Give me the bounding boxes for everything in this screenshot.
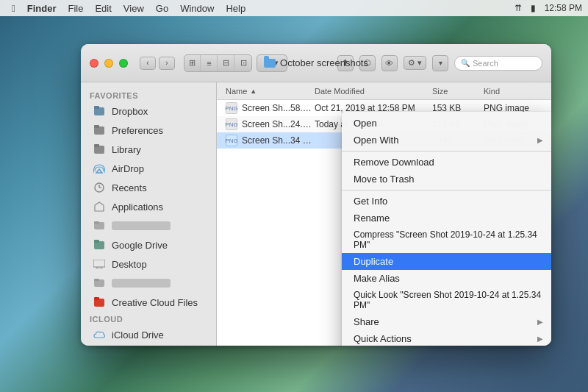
blurred-icon-1 <box>93 219 106 232</box>
ctx-compress[interactable]: Compress "Screen Shot 2019-10-24 at 1.25… <box>342 227 551 253</box>
airdrop-icon <box>93 162 106 175</box>
svg-rect-10 <box>94 221 99 224</box>
list-view-btn[interactable]: ≡ <box>201 55 218 71</box>
ctx-remove-download[interactable]: Remove Download <box>342 154 551 171</box>
dropbox-icon <box>93 104 106 118</box>
sort-arrow: ▲ <box>250 88 257 95</box>
ctx-quick-actions[interactable]: Quick Actions ▶ <box>342 330 551 346</box>
icloud-section-label: iCloud <box>81 312 216 325</box>
sidebar-item-blurred-2[interactable] <box>84 274 213 293</box>
icon-view-btn[interactable]: ⊞ <box>184 55 201 71</box>
sidebar-item-preferences[interactable]: Preferences <box>84 121 213 140</box>
svg-rect-5 <box>94 144 99 147</box>
column-view-btn[interactable]: ⊟ <box>218 55 234 71</box>
close-button[interactable] <box>90 59 98 68</box>
menubar:  Finder File Edit View Go Window Help ⇈… <box>0 0 588 16</box>
favorites-section-label: Favorites <box>81 88 216 101</box>
ctx-get-info[interactable]: Get Info <box>342 193 551 210</box>
fullscreen-button[interactable] <box>119 59 128 68</box>
svg-rect-3 <box>94 125 99 128</box>
file-list-header: Name ▲ Date Modified Size Kind <box>217 82 551 100</box>
ctx-separator <box>342 190 551 190</box>
recents-icon <box>93 181 106 194</box>
minimize-button[interactable] <box>104 59 113 68</box>
sidebar-item-dropbox[interactable]: Dropbox <box>84 101 213 121</box>
col-header-size[interactable]: Size <box>432 87 484 96</box>
col-header-date[interactable]: Date Modified <box>315 87 432 96</box>
ctx-separator <box>342 151 551 152</box>
sidebar-item-label: Library <box>112 144 141 155</box>
clock: 12:58 PM <box>545 3 582 13</box>
eye-btn[interactable]: 👁 <box>381 55 398 71</box>
sidebar-item-google-drive[interactable]: Google Drive <box>84 235 213 254</box>
view-toggle-btn[interactable]: ▾ <box>432 55 448 71</box>
ctx-open[interactable]: Open <box>342 115 551 132</box>
sidebar-item-applications[interactable]: Applications <box>84 197 213 216</box>
file-icon: PNG <box>226 135 237 146</box>
submenu-arrow: ▶ <box>537 318 543 326</box>
file-icon: PNG <box>226 102 237 114</box>
ctx-open-with[interactable]: Open With ▶ <box>342 132 551 149</box>
menu-window[interactable]: Window <box>174 0 220 16</box>
sidebar-item-blurred-1[interactable] <box>84 216 213 235</box>
sidebar-item-creative-cloud[interactable]: Creative Cloud Files <box>84 293 213 312</box>
window-content: Favorites Dropbox Preferences Library <box>81 82 551 346</box>
submenu-arrow: ▶ <box>537 136 543 144</box>
blurred-icon-2 <box>93 277 106 290</box>
sidebar-item-label: iCloud Drive <box>112 329 164 341</box>
view-options: ⊞ ≡ ⊟ ⊡ <box>184 54 252 72</box>
back-button[interactable]: ‹ <box>140 57 156 70</box>
search-bar[interactable]: 🔍 Search <box>454 56 542 71</box>
wifi-icon[interactable]: ⇈ <box>514 3 522 13</box>
menu-go[interactable]: Go <box>150 0 174 16</box>
gallery-view-btn[interactable]: ⊡ <box>235 55 251 71</box>
desktop-icon <box>93 257 106 271</box>
icloud-icon <box>93 328 106 341</box>
menu-file[interactable]: File <box>62 0 89 16</box>
svg-rect-18 <box>94 279 99 281</box>
ctx-quick-look[interactable]: Quick Look "Screen Shot 2019-10-24 at 1.… <box>342 287 551 313</box>
sidebar-item-icloud-drive[interactable]: iCloud Drive <box>84 325 213 344</box>
sidebar-item-label: Dropbox <box>112 106 148 117</box>
forward-button[interactable]: › <box>159 57 175 70</box>
nav-buttons: ‹ › <box>140 57 175 70</box>
sidebar-item-label: Recents <box>112 182 147 193</box>
menu-view[interactable]: View <box>118 0 150 16</box>
context-menu: Open Open With ▶ Remove Download Move to… <box>342 112 551 346</box>
sidebar-item-recents[interactable]: Recents <box>84 178 213 197</box>
ctx-move-to-trash[interactable]: Move to Trash <box>342 171 551 188</box>
ctx-rename[interactable]: Rename <box>342 210 551 227</box>
menu-finder[interactable]: Finder <box>21 0 62 16</box>
apple-menu[interactable]:  <box>6 0 21 16</box>
sidebar-item-label: Google Drive <box>112 240 168 251</box>
sidebar-item-label: Preferences <box>112 125 163 136</box>
sidebar-item-label: AirDrop <box>112 163 144 174</box>
file-name: Screen Sh...24.55 PM <box>242 119 315 129</box>
menu-edit[interactable]: Edit <box>89 0 117 16</box>
file-name: Screen Sh...58.36 PM <box>242 103 315 113</box>
col-header-kind[interactable]: Kind <box>484 87 542 96</box>
sidebar: Favorites Dropbox Preferences Library <box>81 82 217 346</box>
file-name: Screen Sh...34 PM <box>242 135 315 146</box>
svg-rect-13 <box>93 260 105 267</box>
ctx-make-alias[interactable]: Make Alias <box>342 270 551 287</box>
ctx-share[interactable]: Share ▶ <box>342 313 551 330</box>
col-header-name[interactable]: Name ▲ <box>226 87 315 96</box>
battery-indicator: ▮ <box>531 3 536 13</box>
preferences-icon <box>93 124 106 137</box>
sidebar-item-label: Creative Cloud Files <box>112 297 198 308</box>
sidebar-item-airdrop[interactable]: AirDrop <box>84 159 213 178</box>
actions-btn[interactable]: ⚙ ▾ <box>404 56 426 70</box>
creative-cloud-icon <box>93 296 106 309</box>
blurred-label-2 <box>112 279 171 288</box>
ctx-duplicate[interactable]: Duplicate <box>342 253 551 270</box>
sidebar-item-library[interactable]: Library <box>84 140 213 159</box>
search-placeholder: Search <box>473 59 498 68</box>
search-icon: 🔍 <box>461 59 470 67</box>
sidebar-item-desktop[interactable]: Desktop <box>84 254 213 274</box>
library-icon <box>93 143 106 156</box>
svg-rect-12 <box>94 240 99 243</box>
menu-help[interactable]: Help <box>220 0 251 16</box>
applications-icon <box>93 200 106 213</box>
view-mode-group: ⊞ ≡ ⊟ ⊡ <box>184 54 252 72</box>
